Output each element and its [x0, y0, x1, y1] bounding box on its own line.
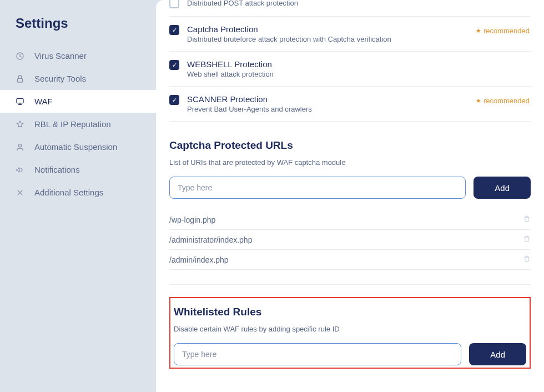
svg-point-3: [18, 144, 21, 147]
protection-desc: Prevent Bad User-Agents and crawlers: [187, 105, 531, 113]
main-panel: RBL ProtectionDistributed POST attack pr…: [156, 0, 544, 392]
sidebar-item-label: Automatic Suspension: [34, 142, 117, 152]
protection-checkbox[interactable]: [169, 0, 179, 8]
sidebar-item-rbl-ip-reputation[interactable]: RBL & IP Reputation: [0, 113, 156, 135]
whitelist-highlight: Whitelisted Rules Disable certain WAF ru…: [169, 297, 531, 369]
url-list-item: /administrator/index.php: [169, 230, 531, 250]
protection-desc: Distributed POST attack protection: [187, 0, 531, 7]
clock-icon: [16, 52, 24, 61]
sidebar-item-label: Security Tools: [34, 74, 86, 83]
protection-desc: Web shell attack protection: [187, 70, 531, 78]
protection-checkbox[interactable]: ✓: [169, 60, 179, 70]
sidebar-item-notifications[interactable]: Notifications: [0, 158, 156, 181]
sidebar-item-label: Virus Scanner: [34, 51, 87, 61]
sidebar: Settings Virus ScannerSecurity ToolsWAFR…: [0, 0, 156, 392]
add-whitelist-rule-button[interactable]: Add: [469, 343, 526, 365]
star-icon: ★: [476, 27, 481, 34]
sidebar-item-label: Additional Settings: [34, 188, 103, 197]
protection-checkbox[interactable]: ✓: [169, 25, 179, 35]
captcha-section-title: Captcha Protected URLs: [169, 139, 531, 152]
monitor-icon: [16, 97, 24, 106]
sidebar-item-waf[interactable]: WAF: [0, 90, 156, 113]
star-icon: [16, 120, 24, 129]
sidebar-item-additional-settings[interactable]: Additional Settings: [0, 181, 156, 204]
url-text: /admin/index.php: [169, 255, 229, 264]
sidebar-item-security-tools[interactable]: Security Tools: [0, 67, 156, 90]
protection-row: ✓Captcha ProtectionDistributed bruteforc…: [169, 17, 531, 52]
section-divider: [169, 284, 531, 285]
protection-row: ✓SCANNER ProtectionPrevent Bad User-Agen…: [169, 87, 531, 122]
protection-checkbox[interactable]: ✓: [169, 95, 179, 105]
svg-rect-1: [17, 78, 22, 82]
trash-icon[interactable]: [523, 255, 531, 264]
url-list-item: /wp-login.php: [169, 210, 531, 230]
captcha-url-input[interactable]: [169, 177, 466, 199]
url-text: /wp-login.php: [169, 215, 215, 224]
lock-icon: [16, 74, 24, 83]
tools-icon: [16, 188, 24, 197]
trash-icon[interactable]: [523, 215, 531, 224]
user-icon: [16, 143, 24, 152]
sidebar-item-automatic-suspension[interactable]: Automatic Suspension: [0, 135, 156, 158]
megaphone-icon: [16, 165, 24, 174]
recommended-badge: ★recommended: [476, 97, 530, 105]
protection-desc: Distributed bruteforce attack protection…: [187, 35, 531, 43]
sidebar-item-virus-scanner[interactable]: Virus Scanner: [0, 44, 156, 67]
url-text: /administrator/index.php: [169, 235, 252, 244]
add-captcha-url-button[interactable]: Add: [474, 177, 531, 199]
page-title: Settings: [0, 0, 156, 44]
whitelist-rule-input[interactable]: [174, 343, 461, 365]
recommended-badge: ★recommended: [476, 27, 530, 35]
svg-rect-2: [17, 98, 23, 103]
protection-title: WEBSHELL Protection: [187, 59, 531, 69]
whitelist-section-title: Whitelisted Rules: [174, 306, 526, 318]
url-list-item: /admin/index.php: [169, 250, 531, 270]
sidebar-item-label: Notifications: [34, 165, 80, 174]
star-icon: ★: [476, 97, 481, 104]
sidebar-item-label: WAF: [34, 97, 53, 106]
sidebar-item-label: RBL & IP Reputation: [34, 119, 111, 129]
trash-icon[interactable]: [523, 235, 531, 244]
protection-row: RBL ProtectionDistributed POST attack pr…: [169, 0, 531, 17]
protection-row: ✓WEBSHELL ProtectionWeb shell attack pro…: [169, 52, 531, 87]
whitelist-section-desc: Disable certain WAF rules by adding spec…: [174, 325, 526, 333]
captcha-section-desc: List of URIs that are protected by WAF c…: [169, 158, 531, 167]
